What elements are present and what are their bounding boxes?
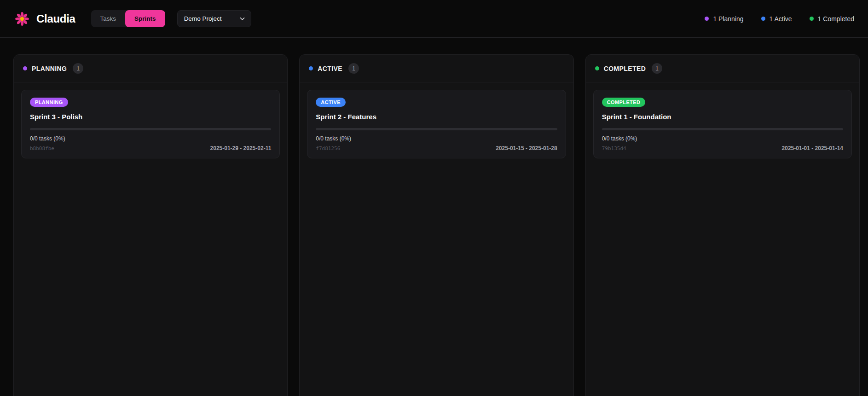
sprint-title: Sprint 1 - Foundation <box>602 113 843 121</box>
chevron-down-icon <box>239 16 245 22</box>
progress-bar <box>30 128 271 130</box>
column-count-badge: 1 <box>348 63 359 74</box>
status-badge: ACTIVE <box>316 98 346 107</box>
sprint-card[interactable]: PLANNING Sprint 3 - Polish 0/0 tasks (0%… <box>21 90 280 158</box>
project-select-value: Demo Project <box>184 15 222 22</box>
status-badge: COMPLETED <box>602 98 646 107</box>
view-tabs: Tasks Sprints <box>91 10 165 27</box>
sprint-title: Sprint 3 - Polish <box>30 113 271 121</box>
card-list: PLANNING Sprint 3 - Polish 0/0 tasks (0%… <box>14 82 287 166</box>
column-header: COMPLETED 1 <box>586 55 859 82</box>
active-dot-icon <box>309 66 313 70</box>
card-list: COMPLETED Sprint 1 - Foundation 0/0 task… <box>586 82 859 166</box>
legend-label: 1 Completed <box>818 15 854 23</box>
app-header: Claudia Tasks Sprints Demo Project 1 Pla… <box>0 0 868 38</box>
sprint-dates: 2025-01-29 - 2025-02-11 <box>210 145 272 151</box>
sprint-id: f7d81256 <box>316 146 340 151</box>
sprint-dates: 2025-01-01 - 2025-01-14 <box>782 145 843 151</box>
flower-icon <box>15 12 29 26</box>
legend-label: 1 Planning <box>713 15 743 23</box>
tab-sprints[interactable]: Sprints <box>125 10 165 27</box>
column-header: PLANNING 1 <box>14 55 287 82</box>
card-footer: b8b08fbe 2025-01-29 - 2025-02-11 <box>30 145 271 151</box>
card-list: ACTIVE Sprint 2 - Features 0/0 tasks (0%… <box>300 82 573 166</box>
column-active: ACTIVE 1 ACTIVE Sprint 2 - Features 0/0 … <box>299 54 573 396</box>
sprint-id: b8b08fbe <box>30 146 54 151</box>
sprint-card[interactable]: COMPLETED Sprint 1 - Foundation 0/0 task… <box>593 90 852 158</box>
card-footer: f7d81256 2025-01-15 - 2025-01-28 <box>316 145 557 151</box>
legend-label: 1 Active <box>770 15 792 23</box>
page-title: Claudia <box>36 12 75 25</box>
column-header: ACTIVE 1 <box>300 55 573 82</box>
completed-dot-icon <box>810 17 814 21</box>
tab-tasks[interactable]: Tasks <box>91 10 126 27</box>
sprint-title: Sprint 2 - Features <box>316 113 557 121</box>
completed-dot-icon <box>595 66 599 70</box>
column-planning: PLANNING 1 PLANNING Sprint 3 - Polish 0/… <box>13 54 288 396</box>
column-title: COMPLETED <box>604 65 646 72</box>
status-badge: PLANNING <box>30 98 68 107</box>
card-footer: 79b135d4 2025-01-01 - 2025-01-14 <box>602 145 843 151</box>
legend-item-active: 1 Active <box>761 15 792 23</box>
legend-item-completed: 1 Completed <box>810 15 854 23</box>
column-count-badge: 1 <box>73 63 83 74</box>
sprint-id: 79b135d4 <box>602 146 626 151</box>
sprint-status-legend: 1 Planning 1 Active 1 Completed <box>705 15 854 23</box>
tasks-summary: 0/0 tasks (0%) <box>316 135 557 142</box>
tasks-summary: 0/0 tasks (0%) <box>30 135 271 142</box>
column-title: PLANNING <box>32 65 67 72</box>
sprint-board: PLANNING 1 PLANNING Sprint 3 - Polish 0/… <box>0 38 868 396</box>
project-select[interactable]: Demo Project <box>177 10 251 27</box>
column-count-badge: 1 <box>652 63 662 74</box>
column-completed: COMPLETED 1 COMPLETED Sprint 1 - Foundat… <box>585 54 860 396</box>
tasks-summary: 0/0 tasks (0%) <box>602 135 843 142</box>
legend-item-planning: 1 Planning <box>705 15 743 23</box>
sprint-dates: 2025-01-15 - 2025-01-28 <box>496 145 557 151</box>
planning-dot-icon <box>23 66 27 70</box>
active-dot-icon <box>761 17 765 21</box>
planning-dot-icon <box>705 17 709 21</box>
sprint-card[interactable]: ACTIVE Sprint 2 - Features 0/0 tasks (0%… <box>307 90 566 158</box>
progress-bar <box>602 128 843 130</box>
column-title: ACTIVE <box>318 65 342 72</box>
progress-bar <box>316 128 557 130</box>
